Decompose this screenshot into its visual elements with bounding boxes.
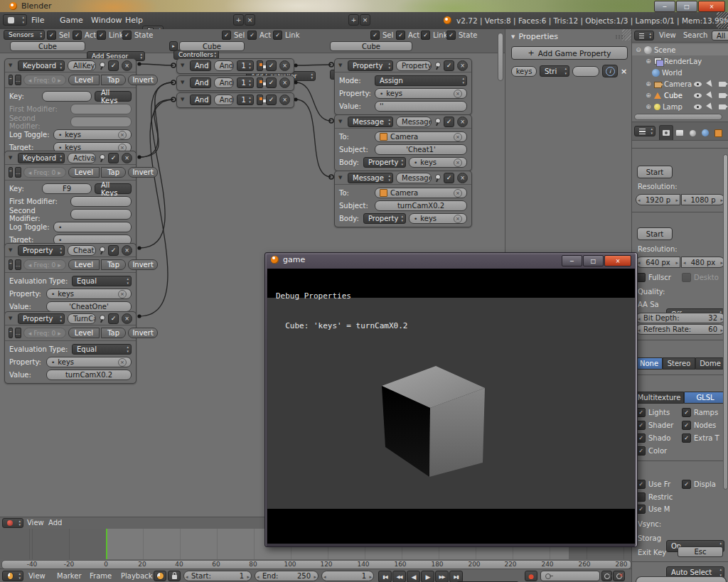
frequency-field[interactable]: ◂Freq:0▸ — [23, 259, 66, 270]
layout-add-button[interactable]: + — [233, 14, 244, 26]
controller-delete-button[interactable]: × — [279, 95, 290, 105]
frequency-field[interactable]: ◂Freq:0▸ — [23, 328, 66, 338]
extra-textures-checkbox[interactable]: ✓Extra T — [682, 433, 719, 443]
outliner-item-scene[interactable]: ⊖ Scene — [632, 44, 728, 55]
editor-type-selector-outliner[interactable] — [634, 31, 654, 41]
property-value-field[interactable] — [572, 66, 599, 77]
expand-tree-icon[interactable]: ⊕ — [645, 80, 652, 87]
logic-menu-view[interactable]: View — [27, 519, 44, 527]
invert-button[interactable]: Invert — [128, 167, 158, 178]
controllers-act-checkbox[interactable]: ✓Act — [247, 31, 271, 40]
sensors-owner-object[interactable]: Cube — [10, 41, 85, 51]
actuator-type-dropdown[interactable]: Message — [348, 117, 393, 127]
editor-type-selector-timeline[interactable] — [2, 571, 23, 581]
standalone-res-y[interactable]: ◂480 px▸ — [681, 257, 725, 268]
controller-active-toggle[interactable]: ✓ — [266, 77, 277, 88]
level-button[interactable]: Level — [68, 75, 100, 85]
controller-state-dropdown[interactable]: 1 — [237, 77, 254, 88]
use-preview-range-button[interactable] — [154, 571, 166, 581]
restrict-animation-checkbox[interactable]: ✓Restric — [636, 492, 673, 502]
window-maximize-button[interactable]: □ — [676, 1, 697, 12]
play-reverse-button[interactable]: ◀ — [407, 571, 420, 582]
standalone-res-x[interactable]: ◂640 px▸ — [636, 257, 680, 268]
value-input[interactable]: 'CheatOne' — [46, 301, 132, 312]
controller-delete-button[interactable]: × — [279, 60, 290, 71]
timeline-menu-view[interactable]: View — [28, 572, 46, 580]
end-frame-field[interactable]: ◂End:250▸ — [255, 571, 318, 581]
sensor-delete-button[interactable]: × — [122, 60, 132, 71]
keying-set-field[interactable] — [540, 571, 600, 581]
scene-add-button[interactable]: + — [348, 14, 359, 26]
second-modifier-input[interactable] — [70, 209, 132, 220]
tab-scene[interactable] — [686, 126, 699, 140]
glsl-button[interactable]: GLSL — [684, 392, 727, 404]
current-frame-marker[interactable] — [106, 529, 107, 559]
tap-button[interactable]: Tap — [101, 259, 126, 270]
fullscreen-checkbox[interactable]: ✓Fullscr — [636, 273, 671, 282]
menu-file[interactable]: File — [31, 16, 44, 25]
renderability-camera-icon[interactable] — [719, 104, 726, 109]
first-modifier-input[interactable] — [70, 196, 132, 207]
actuator-name-field[interactable]: Property — [396, 60, 432, 71]
subject-input[interactable]: turnCamX0.2 — [375, 200, 467, 211]
sensors-state-checkbox[interactable]: ✓State — [122, 31, 153, 40]
expand-tree-icon[interactable]: ⊕ — [645, 103, 652, 110]
stereo-dome-button[interactable]: Dome — [695, 357, 725, 370]
outliner-horizontal-scrollbar[interactable] — [634, 114, 722, 120]
evaluation-type-dropdown[interactable]: Equal — [72, 276, 132, 286]
tap-button[interactable]: Tap — [101, 75, 126, 85]
pin-icon[interactable] — [434, 117, 441, 126]
sensor-type-dropdown[interactable]: Keyboard — [18, 153, 65, 163]
clear-icon[interactable]: × — [454, 158, 462, 167]
clear-icon[interactable]: × — [454, 133, 462, 141]
os-titlebar[interactable]: Blender ─ □ × — [0, 0, 728, 12]
actuator-delete-button[interactable]: × — [457, 173, 468, 183]
property-field[interactable]: •keys× — [46, 357, 132, 367]
key-input[interactable]: F9 — [42, 183, 92, 194]
controller-type-dropdown[interactable]: And — [190, 77, 211, 88]
collapse-icon[interactable]: ▼ — [9, 155, 15, 161]
collapse-icon[interactable]: ▼ — [181, 97, 187, 102]
use-frame-rate-checkbox[interactable]: ✓Use Fr — [636, 480, 670, 489]
sensor-active-toggle[interactable]: ✓ — [108, 313, 119, 324]
lock-frame-range-button[interactable] — [168, 571, 181, 581]
window-minimize-button[interactable]: ─ — [654, 1, 675, 12]
expand-tree-icon[interactable]: ⊕ — [645, 92, 652, 99]
menu-window[interactable]: Window — [91, 16, 122, 25]
sensor-type-dropdown[interactable]: Property — [18, 313, 65, 324]
controller-state-toggle[interactable]: ▸ — [169, 41, 178, 51]
properties-panel-header[interactable]: ▼ Properties — [511, 32, 558, 41]
value-input[interactable]: turnCamX0.2 — [46, 370, 132, 380]
actuator-active-toggle[interactable]: ✓ — [444, 60, 454, 71]
all-keys-toggle[interactable]: All Keys — [95, 183, 132, 194]
collapse-icon[interactable]: ▼ — [181, 80, 187, 85]
controllers-link-checkbox[interactable]: ✓Link — [273, 31, 299, 40]
actuators-act-checkbox[interactable]: ✓Act — [396, 31, 419, 40]
controller-name-field[interactable]: And1 — [214, 77, 234, 88]
sensor-active-toggle[interactable]: ✓ — [108, 245, 119, 256]
game-minimize-button[interactable]: ─ — [562, 255, 582, 266]
stereo-none-button[interactable]: None — [636, 357, 663, 370]
area-resize-grip[interactable] — [717, 12, 728, 28]
game-close-button[interactable]: × — [604, 255, 631, 266]
selectability-cursor-icon[interactable] — [706, 102, 714, 111]
actuator-type-dropdown[interactable]: Property — [348, 60, 393, 71]
controller-active-toggle[interactable]: ✓ — [266, 60, 277, 71]
outliner-menu-view[interactable]: View — [659, 31, 676, 39]
to-object-field[interactable]: Camera× — [375, 188, 467, 198]
first-modifier-input[interactable] — [70, 104, 132, 114]
collapse-icon[interactable]: ▼ — [338, 119, 345, 124]
debug-info-toggle[interactable]: i — [602, 65, 618, 77]
to-object-field[interactable]: Camera× — [375, 131, 467, 142]
outliner-item-world[interactable]: World — [632, 67, 728, 78]
outliner-item-renderlayers[interactable]: ⊕ RenderLay — [632, 55, 728, 67]
start-frame-field[interactable]: ◂Start:1▸ — [183, 571, 252, 581]
actuators-sel-checkbox[interactable]: ✓Sel — [370, 31, 393, 40]
auto-keyframe-record-button[interactable]: ● — [525, 571, 537, 581]
controller-type-dropdown[interactable]: And — [190, 95, 211, 105]
pulse-true-toggle[interactable]: ‴ — [9, 259, 13, 270]
stereo-stereo-button[interactable]: Stereo — [663, 357, 695, 370]
actuator-delete-button[interactable]: × — [457, 117, 468, 127]
outliner-item-lamp[interactable]: ⊕ Lamp — [632, 101, 728, 112]
actuators-owner-object[interactable]: Cube — [330, 41, 412, 51]
